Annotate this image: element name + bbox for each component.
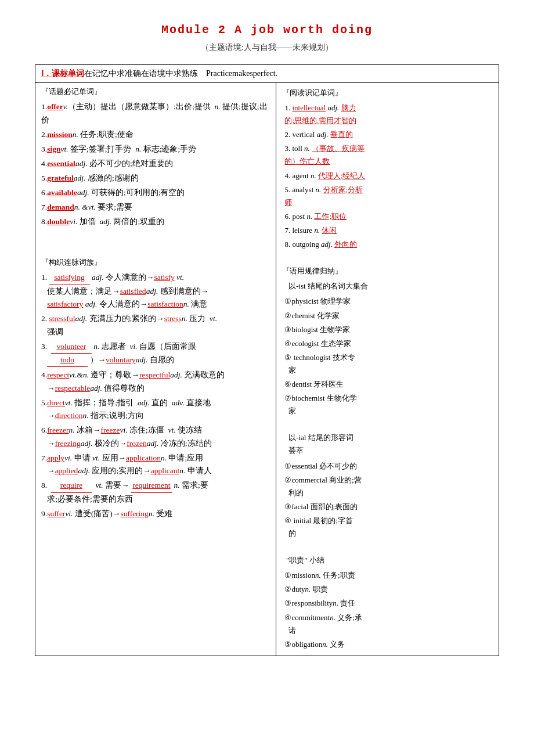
blank-stress: stress: [164, 314, 182, 323]
blank-satisfactory: satisfactory: [47, 300, 83, 308]
duty-1: ①missionn. 任务;职责: [284, 569, 493, 582]
page-title: Module 2 A job worth doing: [35, 23, 499, 37]
blank-satisfying: satisfying: [49, 271, 90, 285]
ial-4: ④ initial 最初的;字首 的: [284, 514, 493, 540]
rw-4: 4. agent n. 代理人;经纪人: [284, 170, 493, 182]
duty-4: ④commitmentn. 义务;承 诺: [284, 611, 493, 637]
ial-title: 以-ial 结尾的形容词 荟萃: [284, 431, 493, 457]
blank-respectable: respectable: [55, 384, 91, 393]
vocab-grateful: 5.gratefuladj. 感激的;感谢的: [41, 172, 270, 185]
wf-5: 5.directvt. 指挥；指导;指引 adj. 直的 adv. 直接地 →d…: [41, 397, 270, 423]
blank-suffering: suffering: [120, 509, 149, 518]
word-available: available: [47, 188, 77, 197]
gi-2: ②chemist 化学家: [284, 309, 493, 322]
rw-5: 5. analyst n. 分析家;分析 师: [284, 183, 493, 209]
section-header-text: 在记忆中求准确在语境中求熟练 Practicemakesperfect.: [84, 69, 277, 78]
rw-7: 7. leisure n. 休闲: [284, 224, 493, 237]
blank-require: require: [51, 479, 92, 492]
gi-7: ⑦biochemist 生物化学 家: [284, 392, 493, 417]
reading-title: 『阅读识记单词』: [282, 87, 493, 99]
wf-1: 1. satisfying adj. 令人满意的→satisfy vt. 使某人…: [41, 271, 270, 311]
blank-freezer: freezer: [47, 426, 68, 434]
duty-2: ②dutyn. 职责: [284, 583, 493, 596]
ial-1: ①essential 必不可少的: [284, 460, 493, 473]
wf-4: 4.respectvt.&n. 遵守；尊敬→respectfuladj. 充满敬…: [41, 369, 270, 395]
vocab-available: 6.availableadj. 可获得的;可利用的;有空的: [41, 186, 270, 200]
section-header: Ⅰ．课标单词在记忆中求准确在语境中求熟练 Practicemakesperfec…: [35, 65, 499, 83]
gi-5: ⑤ technologist 技术专 家: [284, 351, 493, 377]
grammar-subtitle: 以-ist 结尾的名词大集合: [284, 280, 493, 293]
vocab-essential: 4.essentialadj. 必不可少的;绝对重要的: [41, 157, 270, 171]
vocab-demand: 7.demandn. &vt. 要求;需要: [41, 201, 270, 214]
blank-freezing: freezing: [55, 439, 81, 448]
rw-8: 8. outgoing adj. 外向的: [284, 238, 493, 251]
blank-frozen: frozen: [127, 439, 146, 448]
blank-direct: direct: [47, 398, 65, 407]
duty-5: ⑤obligationn. 义务: [284, 638, 493, 651]
ial-2: ②commercial 商业的;营 利的: [284, 474, 493, 499]
wf-7: 7.applyvi. 申请 vt. 应用→applicationn. 申请;应用…: [41, 452, 270, 478]
wf-8: 8. require vt. 需要→ requirement n. 需求;要 求…: [41, 479, 270, 506]
gi-1: ①physicist 物理学家: [284, 295, 493, 308]
vocab-offer: 1.offerv.（主动）提出（愿意做某事）;出价;提供 n. 提供;提议;出价: [41, 100, 270, 127]
gi-3: ③biologist 生物学家: [284, 323, 493, 336]
wf-2: 2. stressfuladj. 充满压力的;紧张的→stressn. 压力 v…: [41, 312, 270, 339]
word-essential: essential: [47, 159, 75, 168]
word-offer: offer: [47, 102, 63, 111]
rw-2: 2. vertical adj. 垂直的: [284, 128, 493, 141]
blank-respect: respect: [47, 370, 69, 379]
wf-3: 3. volunteer n. 志愿者 vi. 自愿（后面常跟 todo ）→v…: [41, 340, 270, 368]
page-subtitle: （主题语境:人与自我——未来规划）: [35, 42, 499, 53]
blank-voluntary: voluntary: [106, 355, 136, 364]
ial-3: ③facial 面部的;表面的: [284, 501, 493, 513]
rw-3: 3. toll n. （事故、疾病等 的）伤亡人数: [284, 142, 493, 168]
blank-suffer: suffer: [47, 509, 65, 518]
blank-requirement: requirement: [131, 479, 172, 492]
word-mission: mission: [47, 130, 73, 139]
blank-todo: todo: [47, 354, 88, 367]
word-family-title: 『构织连脉词族』: [41, 257, 270, 268]
word-grateful: grateful: [47, 174, 74, 182]
vocab-double: 8.doublevi. 加倍 adj. 两倍的;双重的: [41, 215, 270, 229]
blank-applied: applied: [55, 466, 78, 475]
blank-applicant: applicant: [151, 466, 179, 475]
word-intellectual: intellectual: [292, 103, 326, 112]
blank-satisfy: satisfy: [154, 273, 174, 282]
blank-satisfied: satisfied: [120, 287, 146, 296]
gi-6: ⑥dentist 牙科医生: [284, 378, 493, 391]
blank-satisfaction: satisfaction: [147, 300, 183, 308]
duty-3: ③responsibilityn. 责任: [284, 597, 493, 610]
blank-stressful: stressful: [49, 314, 75, 323]
blank-freeze: freeze: [101, 426, 120, 434]
blank-respectful: respectful: [139, 370, 170, 379]
word-double: double: [47, 217, 70, 226]
rw-1: 1. intellectual adj. 脑力 的;思维的,需用才智的: [284, 102, 493, 127]
left-column: 『话题必记单词』 1.offerv.（主动）提出（愿意做某事）;出价;提供 n.…: [35, 83, 276, 656]
blank-apply: apply: [47, 453, 64, 462]
wf-9: 9.suffervi. 遭受(痛苦)→sufferingn. 受难: [41, 507, 270, 520]
section-label: Ⅰ．课标单词: [41, 69, 84, 78]
word-demand: demand: [47, 203, 74, 211]
blank-application: application: [126, 453, 161, 462]
wf-6: 6.freezern. 冰箱→freezevi. 冻住;冻僵 vt. 使冻结 →…: [41, 424, 270, 450]
rw-6: 6. post n. 工作;职位: [284, 210, 493, 223]
word-sign: sign: [47, 145, 60, 153]
vocab-mission: 2.missionn. 任务;职责;使命: [41, 128, 270, 142]
right-column: 『阅读识记单词』 1. intellectual adj. 脑力 的;思维的,需…: [276, 83, 499, 656]
main-table: Ⅰ．课标单词在记忆中求准确在语境中求熟练 Practicemakesperfec…: [35, 64, 499, 656]
grammar-title: 『语用规律归纳』: [282, 265, 493, 278]
gi-4: ④ecologist 生态学家: [284, 337, 493, 350]
blank-volunteer: volunteer: [51, 340, 92, 354]
blank-direction: direction: [55, 411, 83, 420]
duty-title: "职责" 小结: [282, 554, 493, 567]
vocab-sign: 3.signvt. 签字;签署;打手势 n. 标志;迹象;手势: [41, 143, 270, 156]
topic-title: 『话题必记单词』: [41, 87, 270, 97]
